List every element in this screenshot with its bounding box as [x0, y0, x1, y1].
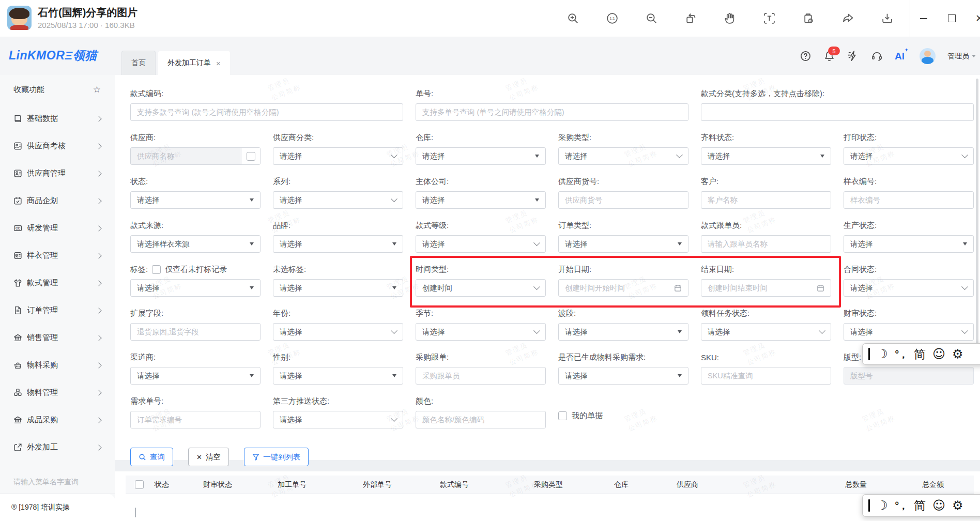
sidebar-item-basic-data[interactable]: 基础数据 — [0, 105, 115, 132]
emoji-icon[interactable]: ☺ — [932, 499, 945, 512]
contract-status-select[interactable]: 请选择 — [844, 279, 974, 297]
fullwidth-moon-icon[interactable]: ☽ — [877, 348, 888, 360]
print-status-select[interactable]: 请选择 — [844, 147, 974, 165]
sidebar-item-style-manage[interactable]: 款式管理 — [0, 269, 115, 297]
supplier-item-no-input[interactable]: 供应商货号 — [558, 191, 688, 209]
minimize-button[interactable] — [918, 13, 929, 24]
picking-task-status-select[interactable]: 请选择 — [701, 323, 831, 341]
hand-icon[interactable] — [724, 12, 737, 25]
image-edit-icon[interactable] — [802, 12, 815, 25]
order-no-input[interactable]: 支持多单号查询 (单号之间请使用空格分隔) — [416, 103, 688, 121]
original-size-icon[interactable]: 1:1 — [606, 12, 619, 25]
style-grade-select[interactable]: 请选择 — [416, 235, 546, 253]
supplier-checkbox[interactable] — [247, 152, 255, 161]
supplier-category-select[interactable]: 请选择 — [273, 147, 403, 165]
purchase-merchandiser-input[interactable]: 采购跟单员 — [416, 367, 546, 385]
purchase-type-select[interactable]: 请选择 — [558, 147, 688, 165]
extended-field-input[interactable]: 退货原因,退货字段 — [130, 323, 261, 341]
warehouse-select[interactable]: 请选择 — [416, 147, 546, 165]
finance-audit-status-select[interactable]: 请选择 — [844, 323, 974, 341]
select-all-checkbox[interactable] — [135, 480, 144, 489]
sample-code-input[interactable]: 样衣编号 — [844, 191, 974, 209]
style-source-select[interactable]: 请选择样衣来源 — [130, 235, 261, 253]
menu-search-input[interactable]: 请输入菜单名字查询 — [0, 471, 115, 494]
season-select[interactable]: 请选择 — [416, 323, 546, 341]
sidebar-item-sales-manage[interactable]: 销售管理 — [0, 324, 115, 351]
to-list-button[interactable]: 一键到列表 — [244, 448, 309, 466]
row-checkbox[interactable] — [135, 508, 136, 517]
gear-icon[interactable]: ⚙ — [952, 348, 963, 360]
punctuation-icon[interactable]: °， — [895, 349, 908, 359]
unselected-tag-select[interactable]: 请选择 — [273, 279, 403, 297]
pattern-input[interactable]: 版型号 — [844, 367, 974, 385]
sidebar-item-rd-manage[interactable]: CC 研发管理 — [0, 214, 115, 242]
material-ready-status-select[interactable]: 请选择 — [701, 147, 831, 165]
tab-close-icon[interactable]: × — [216, 59, 221, 68]
style-merchandiser-input[interactable]: 请输入跟单员名称 — [701, 235, 831, 253]
start-date-input[interactable]: 创建时间开始时间 — [558, 279, 688, 297]
style-code-input[interactable]: 支持多款号查询 (款号之间请使用空格分隔) — [130, 103, 403, 121]
main-company-select[interactable]: 请选择 — [416, 191, 546, 209]
time-type-select[interactable]: 创建时间 — [416, 279, 546, 297]
sidebar-item-finished-purchase[interactable]: 成品采购 — [0, 406, 115, 434]
user-menu[interactable]: 管理员 — [947, 52, 976, 61]
ai-assistant-icon[interactable]: Ai✦ — [895, 51, 908, 62]
bell-icon[interactable]: 5 — [823, 50, 835, 62]
sidebar-item-product-plan[interactable]: 商品企划 — [0, 187, 115, 214]
text-extract-icon[interactable] — [763, 12, 776, 25]
emoji-icon[interactable]: ☺ — [932, 348, 945, 360]
production-status-select[interactable]: 请选择 — [844, 235, 974, 253]
series-select[interactable]: 请选择 — [273, 191, 403, 209]
workspace-label[interactable]: ® [1978] 培训实操 — [0, 494, 115, 521]
brand-select[interactable]: 请选择 — [273, 235, 403, 253]
workflow-icon[interactable] — [847, 50, 859, 62]
vertical-scrollbar[interactable] — [976, 79, 978, 360]
zoom-in-icon[interactable] — [566, 12, 579, 25]
sidebar-item-sample-manage[interactable]: 样衣管理 — [0, 242, 115, 269]
query-button[interactable]: 查询 — [130, 448, 173, 466]
share-icon[interactable] — [841, 12, 854, 25]
my-documents-checkbox[interactable] — [558, 411, 567, 420]
rotate-icon[interactable] — [684, 12, 697, 25]
simplified-chinese-icon[interactable]: 简 — [914, 348, 926, 360]
channel-select[interactable]: 请选择 — [130, 367, 261, 385]
zoom-out-icon[interactable] — [645, 12, 658, 25]
help-icon[interactable] — [800, 50, 811, 62]
gear-icon[interactable]: ⚙ — [952, 499, 963, 512]
sidebar-item-order-manage[interactable]: 订单管理 — [0, 297, 115, 324]
sidebar-item-material-purchase[interactable]: 物料采购 — [0, 351, 115, 379]
sidebar-item-supplier-manage[interactable]: 供应商管理 — [0, 160, 115, 187]
wave-select[interactable]: 请选择 — [558, 323, 688, 341]
tab-home[interactable]: 首页 — [121, 51, 156, 75]
tab-outsourcing-orders[interactable]: 外发加工订单 × — [158, 51, 230, 75]
maximize-button[interactable] — [946, 13, 957, 24]
sidebar-favorites[interactable]: 收藏功能 ☆ — [0, 75, 115, 104]
sidebar-item-supplier-audit[interactable]: 供应商考核 — [0, 132, 115, 160]
user-avatar[interactable] — [920, 48, 936, 64]
supplier-input[interactable]: 供应商名称 — [131, 148, 241, 164]
customer-service-icon[interactable] — [871, 50, 883, 62]
color-input[interactable]: 颜色名称/颜色编码 — [416, 411, 546, 428]
simplified-chinese-icon[interactable]: 简 — [914, 500, 926, 512]
third-party-push-select[interactable]: 请选择 — [273, 411, 403, 428]
close-button[interactable]: ✕ — [974, 13, 980, 24]
material-demand-select[interactable]: 请选择 — [558, 367, 688, 385]
order-type-select[interactable]: 请选择 — [558, 235, 688, 253]
star-icon[interactable]: ☆ — [93, 84, 101, 95]
clear-button[interactable]: ✕ 清空 — [188, 448, 229, 466]
sku-input[interactable]: SKU精准查询 — [701, 367, 831, 385]
demand-no-input[interactable]: 订单需求编号 — [130, 411, 261, 428]
fullwidth-moon-icon[interactable]: ☽ — [877, 499, 888, 512]
year-select[interactable]: 请选择 — [273, 323, 403, 341]
style-category-input[interactable] — [701, 103, 974, 121]
end-date-input[interactable]: 创建时间结束时间 — [701, 279, 831, 297]
sidebar-item-outsourcing[interactable]: 外发加工 — [0, 434, 115, 461]
tag-select[interactable]: 请选择 — [130, 279, 261, 297]
tag-only-checkbox[interactable] — [152, 265, 161, 274]
customer-input[interactable]: 客户名称 — [701, 191, 831, 209]
download-icon[interactable] — [881, 12, 894, 25]
status-select[interactable]: 请选择 — [130, 191, 261, 209]
sidebar-item-material-manage[interactable]: 物料管理 — [0, 379, 115, 406]
punctuation-icon[interactable]: °， — [895, 501, 908, 511]
gender-select[interactable]: 请选择 — [273, 367, 403, 385]
